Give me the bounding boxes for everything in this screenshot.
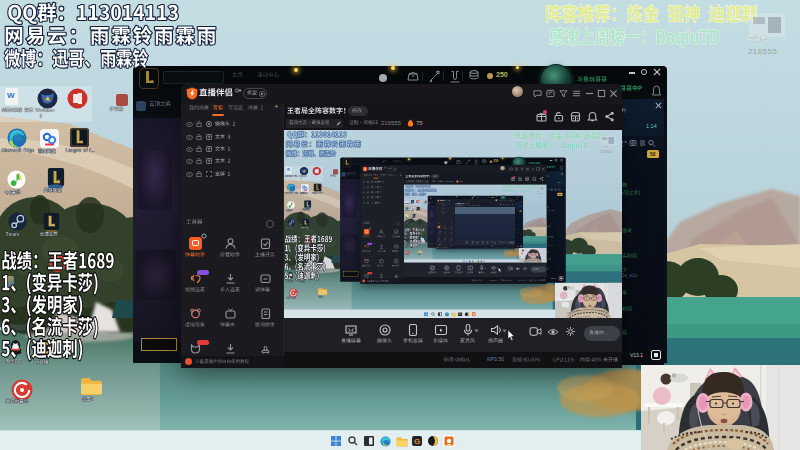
- svg-text:G: G: [414, 437, 420, 446]
